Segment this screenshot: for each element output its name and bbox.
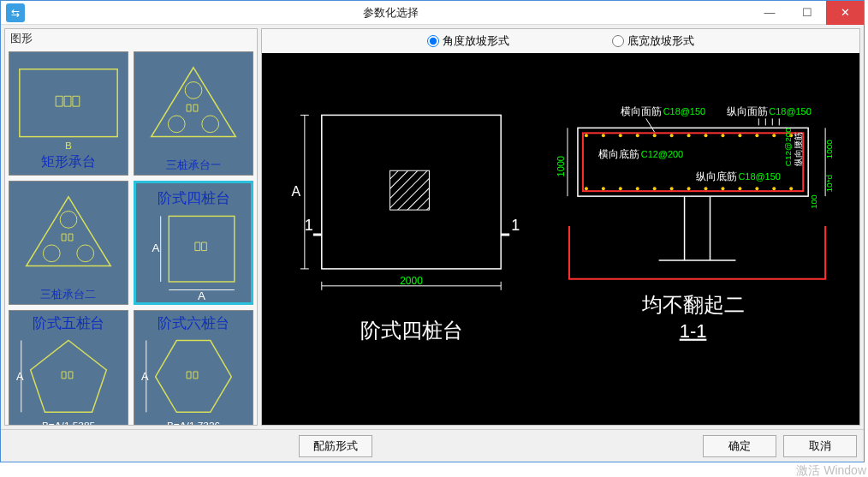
watermark-text: 激活 Window xyxy=(796,463,866,477)
svg-text:B=A/1.5385: B=A/1.5385 xyxy=(42,420,95,425)
svg-point-66 xyxy=(755,187,758,190)
svg-text:横向底筋: 横向底筋 xyxy=(598,148,639,160)
svg-point-64 xyxy=(721,187,724,190)
button-row: 配筋形式 确定 取消 xyxy=(1,429,864,462)
svg-point-50 xyxy=(705,134,708,137)
svg-text:均不翻起二: 均不翻起二 xyxy=(641,293,745,316)
svg-text:C12@200: C12@200 xyxy=(641,149,684,159)
svg-text:三桩承台一: 三桩承台一 xyxy=(166,158,222,171)
svg-point-4 xyxy=(168,116,185,133)
ok-button[interactable]: 确定 xyxy=(703,435,776,457)
svg-rect-42 xyxy=(583,133,803,191)
maximize-button[interactable]: ☐ xyxy=(788,1,826,25)
thumb-step-6pile[interactable]: 阶式六桩台 A B=A/1.7326 xyxy=(134,310,253,425)
thumbnail-grid: B 矩形承台 三桩承台一 xyxy=(5,48,257,425)
svg-text:C12@200: C12@200 xyxy=(783,128,793,166)
svg-text:A: A xyxy=(16,370,24,383)
svg-point-5 xyxy=(202,116,219,133)
svg-text:纵向底筋: 纵向底筋 xyxy=(696,170,737,182)
thumb-step-5pile[interactable]: 阶式五桩台 A B=A/1.5385 xyxy=(9,310,128,425)
shape-gallery-panel: 图形 B 矩形承台 xyxy=(4,28,258,426)
svg-point-46 xyxy=(636,134,639,137)
svg-point-8 xyxy=(43,245,60,262)
svg-text:阶式六桩台: 阶式六桩台 xyxy=(158,315,230,331)
svg-point-7 xyxy=(60,212,77,229)
svg-text:A: A xyxy=(292,184,301,199)
window-controls: — ☐ ✕ xyxy=(751,1,864,25)
svg-point-56 xyxy=(585,187,588,190)
thumb-tri-cap-2[interactable]: 三桩承台二 xyxy=(9,181,128,305)
svg-point-53 xyxy=(755,134,758,137)
radio-angle-label: 角度放坡形式 xyxy=(443,33,509,49)
svg-text:2000: 2000 xyxy=(400,275,423,287)
svg-text:10*d: 10*d xyxy=(824,175,834,193)
close-button[interactable]: ✕ xyxy=(826,1,864,25)
svg-point-54 xyxy=(772,134,776,137)
svg-point-45 xyxy=(619,134,622,137)
svg-text:100: 100 xyxy=(809,194,818,209)
svg-text:阶式四桩台: 阶式四桩台 xyxy=(158,189,230,206)
svg-point-59 xyxy=(636,187,639,190)
svg-point-43 xyxy=(585,134,588,137)
thumb-step-4pile[interactable]: 阶式四桩台 A A xyxy=(134,181,253,305)
svg-text:B: B xyxy=(65,140,72,152)
svg-point-58 xyxy=(619,187,622,190)
radio-width-slope[interactable]: 底宽放坡形式 xyxy=(612,33,694,49)
slope-mode-row: 角度放坡形式 底宽放坡形式 xyxy=(262,29,859,53)
radio-width-label: 底宽放坡形式 xyxy=(627,33,694,49)
svg-rect-0 xyxy=(20,69,117,137)
svg-text:阶式五桩台: 阶式五桩台 xyxy=(33,315,105,331)
svg-rect-27 xyxy=(390,170,430,210)
svg-point-44 xyxy=(602,134,605,137)
content-area: 图形 B 矩形承台 xyxy=(1,25,864,462)
svg-point-65 xyxy=(738,187,741,190)
svg-point-68 xyxy=(789,187,793,190)
cancel-button[interactable]: 取消 xyxy=(783,435,857,457)
titlebar: ⇆ 参数化选择 — ☐ ✕ xyxy=(1,1,864,25)
svg-text:1000: 1000 xyxy=(824,140,834,159)
svg-line-74 xyxy=(646,118,655,132)
drawing-canvas: A 2000 1 1 阶式四桩台 xyxy=(262,53,859,425)
thumb-tri-cap-1[interactable]: 三桩承台一 xyxy=(134,51,253,176)
svg-point-61 xyxy=(670,187,674,190)
radio-angle-slope[interactable]: 角度放坡形式 xyxy=(427,33,509,49)
svg-text:矩形承台: 矩形承台 xyxy=(41,154,96,169)
svg-text:A: A xyxy=(141,370,149,383)
svg-point-67 xyxy=(772,187,776,190)
svg-text:A: A xyxy=(152,242,160,255)
radio-angle-input[interactable] xyxy=(427,35,439,47)
svg-point-51 xyxy=(721,134,724,137)
app-icon: ⇆ xyxy=(6,3,25,22)
gallery-header: 图形 xyxy=(5,29,257,48)
preview-panel: 角度放坡形式 底宽放坡形式 xyxy=(261,28,860,426)
svg-point-47 xyxy=(653,134,657,137)
minimize-button[interactable]: — xyxy=(751,1,788,25)
svg-text:纵向面筋: 纵向面筋 xyxy=(727,105,768,117)
svg-text:纵向腰筋: 纵向腰筋 xyxy=(794,132,803,166)
svg-text:C18@150: C18@150 xyxy=(769,106,812,116)
svg-text:1: 1 xyxy=(511,217,520,234)
svg-point-62 xyxy=(687,187,691,190)
svg-text:1: 1 xyxy=(305,217,313,234)
main-row: 图形 B 矩形承台 xyxy=(1,25,864,429)
thumb-rect-cap[interactable]: B 矩形承台 xyxy=(9,51,128,176)
svg-point-60 xyxy=(653,187,657,190)
rebar-style-button[interactable]: 配筋形式 xyxy=(299,435,372,457)
svg-text:B=A/1.7326: B=A/1.7326 xyxy=(167,420,220,425)
svg-text:C18@150: C18@150 xyxy=(738,171,781,182)
svg-text:1-1: 1-1 xyxy=(680,320,707,342)
svg-point-48 xyxy=(670,134,674,137)
svg-point-3 xyxy=(185,82,202,99)
svg-text:C18@150: C18@150 xyxy=(663,106,706,116)
svg-point-9 xyxy=(77,245,94,262)
dialog-window: ⇆ 参数化选择 — ☐ ✕ 图形 B 矩形承台 xyxy=(0,0,865,462)
svg-point-63 xyxy=(705,187,708,190)
radio-width-input[interactable] xyxy=(612,35,624,47)
svg-text:1000: 1000 xyxy=(556,156,566,176)
svg-text:阶式四桩台: 阶式四桩台 xyxy=(360,319,463,342)
svg-rect-41 xyxy=(578,128,808,196)
svg-point-49 xyxy=(687,134,691,137)
svg-text:三桩承台二: 三桩承台二 xyxy=(41,288,97,301)
svg-point-52 xyxy=(738,134,741,137)
svg-text:横向面筋: 横向面筋 xyxy=(621,105,662,117)
